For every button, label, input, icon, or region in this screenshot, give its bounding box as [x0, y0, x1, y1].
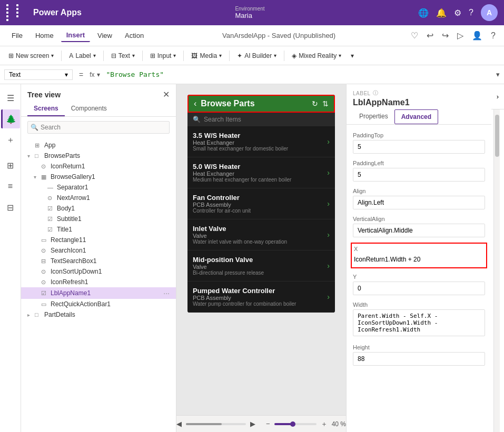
nav-vars[interactable]: ≡ [1, 177, 20, 196]
tree-item-subtitle1[interactable]: ☑ Subtitle1 [21, 214, 176, 224]
top-bar-icons: 🌐 🔔 ⚙ ? A [418, 4, 498, 21]
menu-action[interactable]: Action [120, 29, 149, 42]
toolbar: ⊞ New screen ▾ A Label ▾ ⊟ Text ▾ ⊞ Inpu… [0, 46, 504, 65]
canvas-inner[interactable]: ‹ Browse Parts ↻ ⇅ 🔍 Search Items [176, 84, 346, 415]
tree-item-iconreturn1[interactable]: ⊙ IconReturn1 [21, 161, 176, 172]
tree-item-partdetails[interactable]: ▸ □ PartDetails [21, 309, 176, 320]
nav-tree[interactable]: 🌲 [1, 109, 20, 128]
refresh-icon: ⊙ [41, 279, 48, 286]
list-item[interactable]: Mid-position Valve Valve Bi-directional … [187, 250, 335, 282]
tree-search-area: 🔍 [21, 117, 176, 138]
tree-item-searchicon1[interactable]: ⊙ SearchIcon1 [21, 245, 176, 256]
redo-icon[interactable]: ↪ [440, 28, 451, 43]
tree-item-app[interactable]: ⊞ App [21, 140, 176, 150]
tab-properties[interactable]: Properties [353, 109, 394, 124]
new-screen-button[interactable]: ⊞ New screen ▾ [4, 51, 58, 61]
prop-height-input[interactable] [353, 352, 485, 366]
prop-align-input[interactable] [353, 196, 485, 209]
zoom-in-btn[interactable]: ＋ [321, 419, 328, 429]
prop-paddingleft-input[interactable] [353, 168, 485, 182]
ai-builder-button[interactable]: ✦ AI Builder ▾ [233, 51, 281, 61]
sort-phone-icon[interactable]: ⇅ [322, 99, 329, 108]
tree-item-nextarrow1[interactable]: ⊙ NextArrow1 [21, 193, 176, 203]
tree-item-lblappname1[interactable]: ☑ LblAppName1 ··· [21, 287, 176, 299]
item-subtitle: Heat Exchanger [193, 170, 327, 177]
back-button[interactable]: ‹ [194, 99, 196, 108]
text-button[interactable]: ⊟ Text ▾ [107, 51, 139, 61]
prop-x-input[interactable] [354, 254, 484, 265]
canvas-area: ‹ Browse Parts ↻ ⇅ 🔍 Search Items [176, 84, 346, 432]
tree-item-separator1[interactable]: — Separator1 [21, 182, 176, 193]
phone-search-bar[interactable]: 🔍 Search Items [187, 113, 335, 126]
nav-data[interactable]: ⊞ [1, 156, 20, 175]
more-options-button[interactable]: ··· [163, 289, 170, 297]
mixed-reality-button[interactable]: ◈ Mixed Reality ▾ [288, 51, 345, 61]
formula-selector[interactable]: Text ▾ [4, 69, 73, 80]
tree-item-iconrefresh1[interactable]: ⊙ IconRefresh1 [21, 277, 176, 287]
tree-item-browsegallery1[interactable]: ▾ ▦ BrowseGallery1 [21, 172, 176, 182]
tree-item-iconsortupdown1[interactable]: ⊙ IconSortUpDown1 [21, 266, 176, 277]
tree-item-rectangle11[interactable]: ▭ Rectangle11 [21, 235, 176, 245]
equals-icon: = [77, 71, 85, 79]
globe-icon[interactable]: 🌐 [418, 8, 429, 18]
tree-item-body1[interactable]: ☑ Body1 [21, 203, 176, 214]
formula-expand-icon[interactable]: ▾ [496, 71, 500, 78]
item-desc: Bi-directional pressure release [193, 270, 327, 276]
prop-y-input[interactable] [353, 282, 485, 295]
prop-verticalalign-input[interactable] [353, 224, 485, 237]
undo-icon[interactable]: ↩ [424, 28, 436, 43]
bell-icon[interactable]: 🔔 [436, 8, 447, 18]
prop-paddingtop: PaddingTop [347, 129, 491, 157]
collapse-icon: › [497, 93, 499, 101]
settings-icon[interactable]: ⚙ [454, 8, 461, 18]
menu-home[interactable]: Home [30, 29, 59, 42]
scroll-left-btn[interactable]: ◀ [176, 420, 182, 428]
apps-grid-icon[interactable] [6, 4, 25, 21]
prop-width-input[interactable]: Parent.Width - Self.X - IconSortUpDown1.… [353, 309, 485, 336]
scrollbar-thumb [495, 115, 499, 157]
play-icon[interactable]: ▷ [455, 28, 466, 43]
collapse-panel-button[interactable]: › [491, 84, 504, 109]
tree-item-browseparts[interactable]: ▾ □ BrowseParts [21, 150, 176, 161]
formula-input[interactable] [104, 69, 492, 79]
help-menu-icon[interactable]: ? [489, 29, 498, 43]
nav-hamburger[interactable]: ☰ [1, 88, 20, 107]
list-item[interactable]: Fan Controller PCB Assembly Controller f… [187, 188, 335, 219]
menu-file[interactable]: File [6, 29, 28, 42]
tab-advanced[interactable]: Advanced [394, 109, 438, 124]
prop-paddingtop-input[interactable] [353, 140, 485, 154]
screen-icon: ⊞ [8, 52, 14, 59]
tree-item-textsearchbox1[interactable]: ⊟ TextSearchBox1 [21, 256, 176, 266]
zoom-track[interactable] [274, 423, 317, 425]
list-item[interactable]: Pumped Water Controller PCB Assembly Wat… [187, 282, 335, 313]
menu-view[interactable]: View [92, 29, 117, 42]
tab-screens[interactable]: Screens [27, 102, 65, 116]
tree-close-button[interactable]: ✕ [163, 89, 170, 99]
label-chevron: ▾ [93, 53, 96, 58]
tab-components[interactable]: Components [65, 102, 113, 116]
input-button[interactable]: ⊞ Input ▾ [146, 51, 181, 61]
list-item[interactable]: Inlet Valve Valve Water inlet valve with… [187, 219, 335, 250]
search-input[interactable] [27, 121, 170, 134]
heart-icon[interactable]: ♡ [409, 28, 420, 43]
zoom-out-btn[interactable]: − [266, 420, 270, 428]
right-scrollbar[interactable] [493, 109, 500, 432]
media-button[interactable]: 🖼 Media ▾ [187, 51, 226, 61]
scroll-right-btn[interactable]: ▶ [250, 420, 255, 428]
label-button[interactable]: A Label ▾ [65, 51, 100, 61]
tree-panel: Tree view ✕ Screens Components 🔍 ⊞ App ▾… [21, 84, 176, 432]
avatar[interactable]: A [481, 4, 498, 21]
nav-controls[interactable]: ⊟ [1, 198, 20, 217]
help-icon[interactable]: ? [469, 8, 473, 17]
tree-item-title1[interactable]: ☑ Title1 [21, 224, 176, 235]
menu-insert[interactable]: Insert [61, 29, 90, 42]
more-button[interactable]: ▾ [347, 51, 358, 61]
info-icon[interactable]: ⓘ [373, 89, 379, 97]
zoom-handle[interactable] [290, 421, 295, 427]
list-item[interactable]: 5.0 W/S Heater Heat Exchanger Medium hea… [187, 157, 335, 188]
tree-item-rectquickactionbar1[interactable]: ▭ RectQuickActionBar1 [21, 299, 176, 309]
user-icon[interactable]: 👤 [470, 28, 485, 43]
list-item[interactable]: 3.5 W/S Heater Heat Exchanger Small heat… [187, 126, 335, 157]
refresh-phone-icon[interactable]: ↻ [312, 99, 318, 108]
nav-plus[interactable]: ＋ [1, 130, 20, 149]
